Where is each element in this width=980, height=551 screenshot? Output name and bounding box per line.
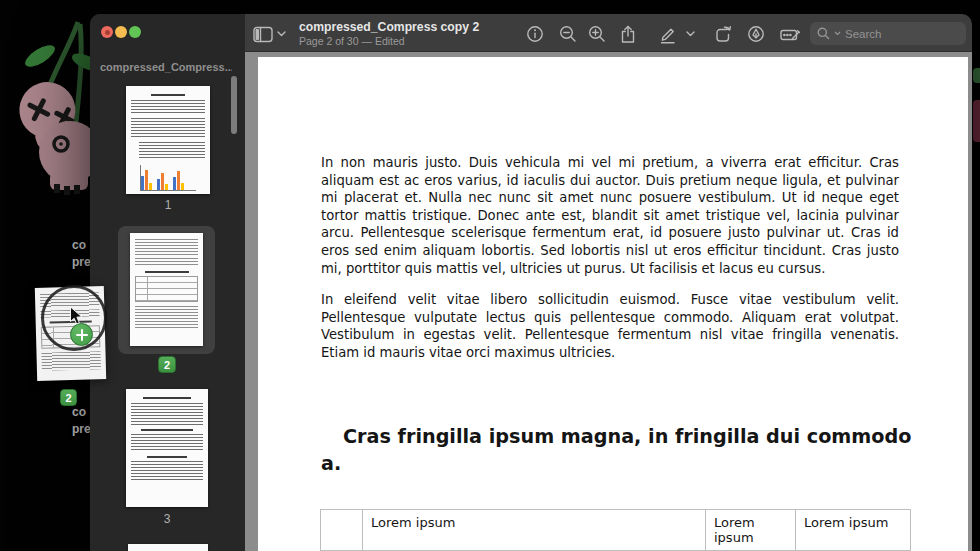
zoom-in-icon[interactable] (585, 22, 609, 46)
search-magnifier-icon (817, 27, 830, 40)
paragraph: In non mauris justo. Duis vehicula mi ve… (321, 154, 899, 277)
close-button[interactable] (101, 26, 113, 38)
drag-page-count-badge: 2 (60, 389, 77, 406)
document-page: In non mauris justo. Duis vehicula mi ve… (258, 57, 968, 551)
table-header-row: Lorem ipsum Lorem ipsum Lorem ipsum (321, 510, 911, 551)
sidebar-document-title: compressed_Compress... (100, 61, 232, 73)
markup-pencil-icon[interactable] (655, 22, 679, 46)
page-number-label: 3 (126, 512, 208, 526)
preview-window: compressed_Compress... (90, 14, 972, 551)
toolbar: compressed_Compress copy 2 Page 2 of 30 … (245, 14, 972, 52)
zoom-out-icon[interactable] (556, 22, 580, 46)
selected-page-number-badge: 2 (158, 356, 176, 373)
search-input[interactable]: Search (810, 22, 966, 45)
mouse-cursor-icon (69, 306, 84, 326)
thumbnail-sidebar: compressed_Compress... (90, 14, 245, 551)
chevron-down-icon[interactable] (274, 22, 288, 46)
cherry-stem (76, 24, 81, 122)
wallpaper-fragment (973, 68, 980, 83)
search-placeholder: Search (845, 28, 881, 40)
table-header-cell: Lorem ipsum (796, 510, 911, 551)
page-thumbnail-3[interactable] (126, 389, 208, 507)
drag-copy-plus-badge (70, 323, 93, 346)
page-number-label: 1 (126, 198, 210, 212)
section-heading: Cras fringilla ipsum magna, in fringilla… (321, 423, 921, 477)
document-scroll-area[interactable]: In non mauris justo. Duis vehicula mi ve… (245, 52, 972, 551)
page-thumbnail-2[interactable] (130, 233, 203, 346)
wallpaper-fragment (973, 100, 980, 142)
sidebar-scrollbar[interactable] (231, 76, 237, 134)
sidebar-toggle-button[interactable] (251, 22, 275, 46)
form-fill-icon[interactable] (778, 22, 802, 46)
minimize-button[interactable] (115, 26, 127, 38)
info-icon[interactable] (523, 22, 547, 46)
search-scope-chevron-icon (834, 31, 841, 36)
window-title: compressed_Compress copy 2 (299, 20, 479, 34)
rotate-icon[interactable] (711, 22, 735, 46)
table-header-cell: Lorem ipsum (363, 510, 706, 551)
leaf-icon (22, 41, 58, 71)
window-subtitle: Page 2 of 30 — Edited (299, 35, 405, 47)
markup-chevron-down-icon[interactable] (683, 22, 697, 46)
table-header-cell (321, 510, 363, 551)
paragraph: In eleifend velit vitae libero sollicitu… (321, 291, 899, 361)
document-table: Lorem ipsum Lorem ipsum Lorem ipsum (320, 509, 911, 551)
page-thumbnail-4-partial[interactable] (128, 544, 208, 551)
table-header-cell: Lorem ipsum (706, 510, 796, 551)
desktop-icon-label: co pre (72, 237, 91, 271)
page-thumbnail-1[interactable] (126, 86, 210, 194)
desktop-icon-label: co pre (72, 404, 91, 438)
pen-nib-circle-icon[interactable] (744, 22, 768, 46)
zoom-window-button[interactable] (129, 26, 141, 38)
mini-bar-chart (140, 165, 196, 191)
share-icon[interactable] (616, 22, 640, 46)
